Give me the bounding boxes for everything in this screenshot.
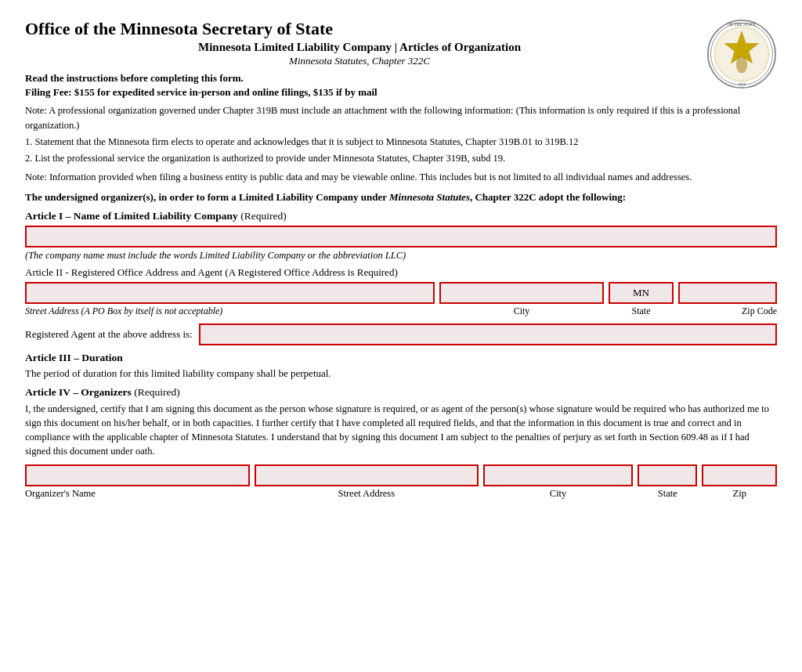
note-item1: 1. Statement that the Minnesota firm ele… bbox=[25, 135, 777, 149]
registered-agent-row: Registered Agent at the above address is… bbox=[25, 323, 777, 345]
organizer-address-label: Street Address bbox=[255, 488, 479, 500]
zip-input[interactable] bbox=[678, 282, 777, 304]
note1-text: Note: A professional organization govern… bbox=[25, 103, 777, 132]
registered-agent-input[interactable] bbox=[199, 323, 777, 345]
zip-field-container bbox=[678, 282, 777, 304]
organizer-state-input[interactable] bbox=[638, 464, 697, 486]
header-text-block: Office of the Minnesota Secretary of Sta… bbox=[25, 19, 694, 100]
page-header: Office of the Minnesota Secretary of Sta… bbox=[25, 19, 777, 100]
article4-heading: Article IV – Organizers (Required) bbox=[25, 386, 777, 399]
state-seal: OF THE STATE 1858 bbox=[706, 19, 777, 89]
article1-name-input[interactable] bbox=[25, 226, 777, 247]
org-city-container bbox=[483, 464, 633, 486]
article1-section: Article I – Name of Limited Liability Co… bbox=[25, 210, 777, 262]
svg-text:OF THE STATE: OF THE STATE bbox=[728, 22, 756, 27]
organizer-city-label: City bbox=[483, 488, 633, 500]
zip-label: Zip Code bbox=[678, 305, 777, 317]
street-address-input[interactable] bbox=[25, 282, 435, 304]
city-label: City bbox=[439, 305, 603, 317]
organizer-zip-label: Zip bbox=[702, 488, 777, 500]
svg-point-6 bbox=[736, 56, 747, 74]
organizer-field-labels: Organizer's Name Street Address City Sta… bbox=[25, 488, 777, 500]
article3-text: The period of duration for this limited … bbox=[25, 367, 777, 380]
organizer-name-input[interactable] bbox=[25, 464, 250, 486]
note2-text: Note: Information provided when filing a… bbox=[25, 170, 777, 184]
registered-agent-label: Registered Agent at the above address is… bbox=[25, 328, 193, 341]
org-state-container bbox=[638, 464, 697, 486]
state-field-container: MN bbox=[609, 282, 674, 304]
article2-section: Article II - Registered Office Address a… bbox=[25, 266, 777, 345]
note-item2: 2. List the professional service the org… bbox=[25, 151, 777, 165]
organizer-city-input[interactable] bbox=[483, 464, 633, 486]
office-title: Office of the Minnesota Secretary of Sta… bbox=[25, 19, 694, 39]
organizer-address-input[interactable] bbox=[255, 464, 479, 486]
article4-section: Article IV – Organizers (Required) I, th… bbox=[25, 386, 777, 459]
article3-section: Article III – Duration The period of dur… bbox=[25, 352, 777, 380]
note2-section: Note: Information provided when filing a… bbox=[25, 170, 777, 184]
article3-heading: Article III – Duration bbox=[25, 352, 777, 364]
city-input[interactable] bbox=[439, 282, 603, 304]
form-subtitle: Minnesota Limited Liability Company | Ar… bbox=[25, 41, 694, 54]
address-field-labels: Street Address (A PO Box by itself is no… bbox=[25, 305, 777, 317]
organizer-input-row bbox=[25, 464, 777, 486]
article4-required: (Required) bbox=[134, 386, 179, 398]
chapter-reference: Minnesota Statutes, Chapter 322C bbox=[25, 55, 694, 67]
street-field-container bbox=[25, 282, 435, 304]
organizer-name-label: Organizer's Name bbox=[25, 488, 250, 500]
article1-heading: Article I – Name of Limited Liability Co… bbox=[25, 210, 777, 222]
org-zip-container bbox=[702, 464, 777, 486]
organizer-zip-input[interactable] bbox=[702, 464, 777, 486]
article2-heading: Article II - Registered Office Address a… bbox=[25, 266, 777, 279]
svg-text:1858: 1858 bbox=[738, 82, 746, 86]
org-name-container bbox=[25, 464, 250, 486]
article1-italic-note: (The company name must include the words… bbox=[25, 250, 777, 262]
city-field-container bbox=[439, 282, 603, 304]
street-label: Street Address (A PO Box by itself is no… bbox=[25, 305, 435, 317]
article2-required: (A Registered Office Address is Required… bbox=[225, 266, 397, 278]
organizer-state-label: State bbox=[638, 488, 697, 500]
state-value: MN bbox=[609, 282, 674, 304]
instructions-line2: Filing Fee: $155 for expedited service i… bbox=[25, 86, 694, 99]
article4-text: I, the undersigned, certify that I am si… bbox=[25, 402, 777, 459]
organizer-statement: The undersigned organizer(s), in order t… bbox=[25, 190, 777, 205]
org-address-container bbox=[255, 464, 479, 486]
article1-required: (Required) bbox=[240, 210, 286, 222]
state-label: State bbox=[609, 305, 674, 317]
address-fields-row: MN bbox=[25, 282, 777, 304]
notes-section: Note: A professional organization govern… bbox=[25, 103, 777, 165]
instructions-line1: Read the instructions before completing … bbox=[25, 72, 694, 85]
